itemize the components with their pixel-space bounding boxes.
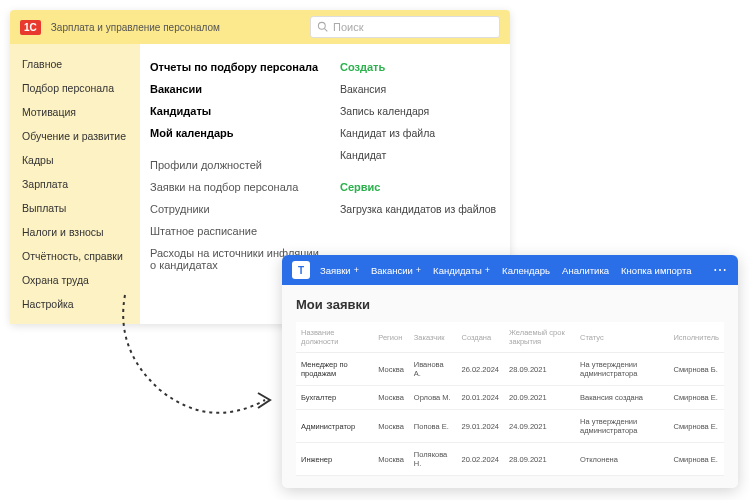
- sidebar-item[interactable]: Налоги и взносы: [10, 220, 140, 244]
- column-header[interactable]: Создана: [456, 322, 504, 353]
- table-cell: Отклонена: [575, 443, 669, 476]
- table-cell: Вакансия создана: [575, 386, 669, 410]
- menu-item[interactable]: Вакансии: [150, 78, 320, 100]
- nav-item[interactable]: Кандидаты+: [433, 265, 490, 276]
- table-cell: 20.01.2024: [456, 386, 504, 410]
- sidebar-item[interactable]: Мотивация: [10, 100, 140, 124]
- app-talantix-window: T Заявки+Вакансии+Кандидаты+КалендарьАна…: [282, 255, 738, 488]
- menu-item[interactable]: Отчеты по подбору персонала: [150, 56, 320, 78]
- column-header[interactable]: Регион: [373, 322, 409, 353]
- menu-item[interactable]: Заявки на подбор персонала: [150, 176, 320, 198]
- action-link[interactable]: Загрузка кандидатов из файлов: [340, 198, 500, 220]
- column-header[interactable]: Название должности: [296, 322, 373, 353]
- plus-icon[interactable]: +: [416, 265, 421, 275]
- header-bar: 1C Зарплата и управление персоналом Поис…: [10, 10, 510, 44]
- menu-item[interactable]: Сотрудники: [150, 198, 320, 220]
- sidebar-item[interactable]: Зарплата: [10, 172, 140, 196]
- logo: 1C: [20, 20, 43, 35]
- table-cell: 26.02.2024: [456, 353, 504, 386]
- table-cell: 29.01.2024: [456, 410, 504, 443]
- search-icon: [317, 21, 328, 34]
- table-cell: 20.02.2024: [456, 443, 504, 476]
- sidebar-item[interactable]: Настройка: [10, 292, 140, 316]
- sidebar-item[interactable]: Охрана труда: [10, 268, 140, 292]
- table-cell: Смирнова Е.: [668, 443, 724, 476]
- table-row[interactable]: БухгалтерМоскваОрлова М.20.01.202420.09.…: [296, 386, 724, 410]
- action-link[interactable]: Кандидат: [340, 144, 500, 166]
- nav-item[interactable]: Заявки+: [320, 265, 359, 276]
- table-cell: Администратор: [296, 410, 373, 443]
- table-cell: 20.09.2021: [504, 386, 575, 410]
- search-input[interactable]: Поиск: [310, 16, 500, 38]
- table-cell: 28.09.2021: [504, 353, 575, 386]
- search-placeholder: Поиск: [333, 21, 363, 33]
- svg-line-1: [325, 28, 328, 31]
- nav-item[interactable]: Аналитика: [562, 265, 609, 276]
- nav-item[interactable]: Вакансии+: [371, 265, 421, 276]
- table-cell: 28.09.2021: [504, 443, 575, 476]
- column-header[interactable]: Желаемый срок закрытия: [504, 322, 575, 353]
- action-link[interactable]: Запись календаря: [340, 100, 500, 122]
- table-cell: Москва: [373, 353, 409, 386]
- action-link[interactable]: Кандидат из файла: [340, 122, 500, 144]
- menu-item[interactable]: Профили должностей: [150, 154, 320, 176]
- column-header[interactable]: Исполнитель: [668, 322, 724, 353]
- sidebar-item[interactable]: Обучение и развитие: [10, 124, 140, 148]
- sidebar-item[interactable]: Подбор персонала: [10, 76, 140, 100]
- logo: T: [292, 261, 310, 279]
- table-cell: 24.09.2021: [504, 410, 575, 443]
- table-cell: На утверждении администратора: [575, 410, 669, 443]
- requests-table: Название должностиРегионЗаказчикСозданаЖ…: [296, 322, 724, 476]
- app-title: Зарплата и управление персоналом: [51, 22, 310, 33]
- section-title: Создать: [340, 56, 500, 78]
- sidebar-item[interactable]: Выплаты: [10, 196, 140, 220]
- table-cell: Смирнова Б.: [668, 353, 724, 386]
- table-row[interactable]: АдминистраторМоскваПопова Е.29.01.202424…: [296, 410, 724, 443]
- sidebar-item[interactable]: Отчётность, справки: [10, 244, 140, 268]
- logo-badge: 1C: [20, 20, 41, 35]
- table-cell: Орлова М.: [409, 386, 457, 410]
- table-row[interactable]: Менеджер по продажамМоскваИванова А.26.0…: [296, 353, 724, 386]
- table-cell: Москва: [373, 386, 409, 410]
- column-header[interactable]: Заказчик: [409, 322, 457, 353]
- nav-item[interactable]: Кнопка импорта: [621, 265, 691, 276]
- menu-item[interactable]: Кандидаты: [150, 100, 320, 122]
- header-bar: T Заявки+Вакансии+Кандидаты+КалендарьАна…: [282, 255, 738, 285]
- table-row[interactable]: ИнженерМоскваПолякова Н.20.02.202428.09.…: [296, 443, 724, 476]
- column-header[interactable]: Статус: [575, 322, 669, 353]
- table-cell: Инженер: [296, 443, 373, 476]
- plus-icon[interactable]: +: [354, 265, 359, 275]
- table-cell: Смирнова Е.: [668, 410, 724, 443]
- table-cell: Менеджер по продажам: [296, 353, 373, 386]
- table-cell: Москва: [373, 410, 409, 443]
- table-cell: Бухгалтер: [296, 386, 373, 410]
- table-cell: Иванова А.: [409, 353, 457, 386]
- sidebar-item[interactable]: Кадры: [10, 148, 140, 172]
- table-cell: Полякова Н.: [409, 443, 457, 476]
- table-cell: Москва: [373, 443, 409, 476]
- plus-icon[interactable]: +: [485, 265, 490, 275]
- svg-point-0: [318, 22, 325, 29]
- nav-item[interactable]: Календарь: [502, 265, 550, 276]
- table-cell: Попова Е.: [409, 410, 457, 443]
- section-title: Сервис: [340, 176, 500, 198]
- table-cell: На утверждении администратора: [575, 353, 669, 386]
- action-link[interactable]: Вакансия: [340, 78, 500, 100]
- more-icon[interactable]: ⋯: [713, 262, 728, 278]
- page-title: Мои заявки: [296, 297, 724, 312]
- menu-item[interactable]: Штатное расписание: [150, 220, 320, 242]
- sidebar-item[interactable]: Главное: [10, 52, 140, 76]
- menu-item[interactable]: Мой календарь: [150, 122, 320, 144]
- sidebar: ГлавноеПодбор персоналаМотивацияОбучение…: [10, 44, 140, 324]
- table-cell: Смирнова Е.: [668, 386, 724, 410]
